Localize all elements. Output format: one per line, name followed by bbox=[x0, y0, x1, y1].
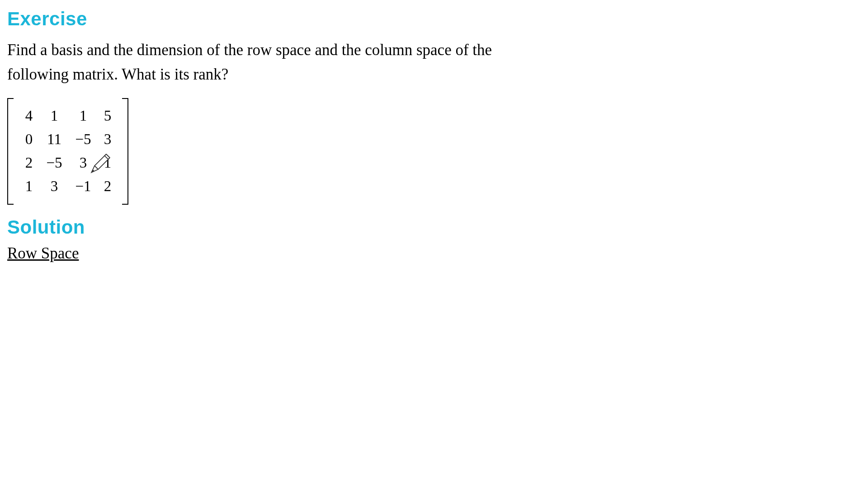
matrix-cell: 5 bbox=[98, 104, 118, 128]
matrix-cell: 3 bbox=[40, 175, 69, 198]
matrix-cell: 1 bbox=[40, 104, 69, 128]
matrix-cell: 4 bbox=[18, 104, 40, 128]
solution-heading: Solution bbox=[7, 216, 861, 238]
matrix-cell: 2 bbox=[18, 151, 40, 175]
matrix-display: 4 1 1 5 0 11 −5 3 2 −5 3 1 1 3 −1 2 bbox=[7, 98, 128, 205]
matrix-cell: 11 bbox=[40, 128, 69, 151]
exercise-heading: Exercise bbox=[7, 8, 861, 30]
matrix-bracket-right bbox=[122, 98, 128, 205]
matrix-cell: −1 bbox=[69, 175, 98, 198]
matrix-grid: 4 1 1 5 0 11 −5 3 2 −5 3 1 1 3 −1 2 bbox=[14, 102, 122, 201]
matrix-cell: 2 bbox=[98, 175, 118, 198]
matrix-cell: 1 bbox=[69, 104, 98, 128]
matrix-bracket-left bbox=[7, 98, 14, 205]
matrix-cell: 0 bbox=[18, 128, 40, 151]
matrix-cell: 1 bbox=[18, 175, 40, 198]
solution-subsection: Row Space bbox=[7, 244, 861, 263]
matrix-cell: −5 bbox=[40, 151, 69, 175]
problem-statement: Find a basis and the dimension of the ro… bbox=[7, 38, 550, 87]
matrix-cell: 3 bbox=[98, 128, 118, 151]
matrix-cell: 1 bbox=[98, 151, 118, 175]
matrix-cell: 3 bbox=[69, 151, 98, 175]
matrix-cell: −5 bbox=[69, 128, 98, 151]
